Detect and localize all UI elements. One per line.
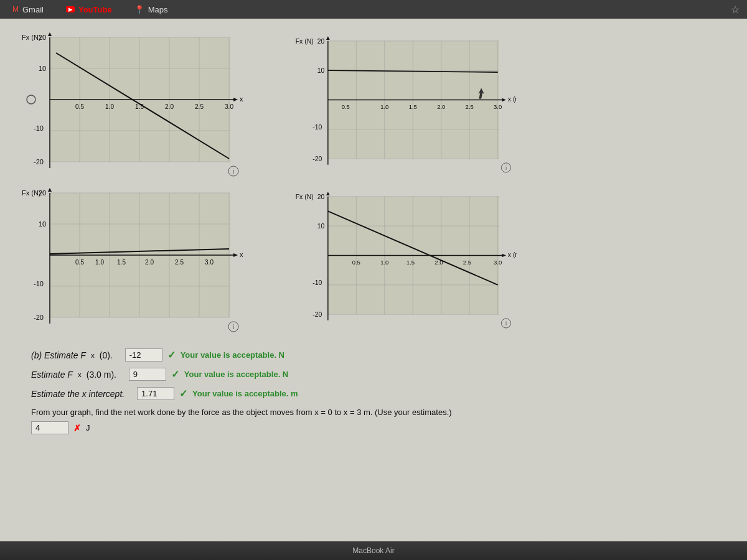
svg-text:2.5: 2.5 <box>195 103 204 110</box>
svg-text:1.5: 1.5 <box>409 103 417 110</box>
svg-text:0.5: 0.5 <box>342 103 350 110</box>
tab-gmail[interactable]: M Gmail <box>6 2 50 17</box>
fx3-label: Estimate F <box>31 370 73 380</box>
svg-text:3.0: 3.0 <box>205 259 214 266</box>
fx0-input[interactable] <box>125 348 162 362</box>
svg-text:Fx (N): Fx (N) <box>296 194 314 200</box>
main-content: 20 10 -10 -20 0.5 1.0 1.5 2.0 2.5 3.0 x … <box>0 19 747 560</box>
part-b-subscript: x <box>91 351 95 359</box>
svg-text:10: 10 <box>39 220 46 228</box>
svg-text:10: 10 <box>317 223 325 230</box>
svg-text:2.5: 2.5 <box>175 259 184 266</box>
svg-text:1.5: 1.5 <box>406 259 415 266</box>
svg-text:3.0: 3.0 <box>494 259 502 266</box>
svg-text:-20: -20 <box>34 314 44 321</box>
svg-text:Fx (N): Fx (N) <box>22 189 41 197</box>
svg-text:0.5: 0.5 <box>75 103 84 110</box>
top-left-graph-svg: 20 10 -10 -20 0.5 1.0 1.5 2.0 2.5 3.0 x … <box>19 31 243 180</box>
bottom-graph-row: 20 10 -10 -20 0.5 1.0 1.5 2.0 2.5 3.0 x … <box>19 187 728 336</box>
svg-text:20: 20 <box>317 38 325 45</box>
svg-marker-16 <box>48 32 52 36</box>
tab-maps[interactable]: 📍 Maps <box>128 2 174 17</box>
top-left-graph: 20 10 -10 -20 0.5 1.0 1.5 2.0 2.5 3.0 x … <box>19 31 243 180</box>
svg-text:1.5: 1.5 <box>117 259 126 266</box>
svg-text:10: 10 <box>317 67 325 74</box>
browser-bar: M Gmail ▶ YouTube 📍 Maps ☆ <box>0 0 747 19</box>
estimate-x-intercept-row: Estimate the x intercept. ✓ Your value i… <box>31 387 728 400</box>
svg-marker-49 <box>326 36 330 40</box>
tab-youtube[interactable]: ▶ YouTube <box>60 2 118 17</box>
svg-text:2.0: 2.0 <box>145 259 154 266</box>
svg-text:1.0: 1.0 <box>380 259 388 266</box>
svg-text:x (m): x (m) <box>508 96 517 103</box>
answers-section: (b) Estimate F x (0). ✓ Your value is ac… <box>19 348 728 441</box>
svg-text:-10: -10 <box>34 124 44 132</box>
fx3-input[interactable] <box>129 368 166 381</box>
svg-marker-15 <box>233 98 238 101</box>
svg-marker-82 <box>48 188 52 192</box>
svg-text:i: i <box>233 324 234 330</box>
svg-text:10: 10 <box>39 65 46 72</box>
feedback-fx0: Your value is acceptable. N <box>181 350 284 360</box>
svg-text:3.0: 3.0 <box>494 103 502 110</box>
part-b-paren: (0). <box>100 350 113 360</box>
svg-text:-20: -20 <box>312 156 322 162</box>
svg-text:2.0: 2.0 <box>165 103 174 110</box>
svg-text:i: i <box>233 168 234 175</box>
top-graph-row: 20 10 -10 -20 0.5 1.0 1.5 2.0 2.5 3.0 x … <box>19 31 728 180</box>
tab-youtube-label: YouTube <box>78 5 112 14</box>
svg-text:0.5: 0.5 <box>75 259 84 266</box>
work-text: From your graph, find the net work done … <box>31 408 452 417</box>
top-right-graph: 20 10 -10 -20 0.5 1.0 1.5 2.0 2.5 3.0 x … <box>293 31 517 180</box>
svg-text:0.5: 0.5 <box>352 259 360 266</box>
svg-text:2.5: 2.5 <box>466 103 474 110</box>
svg-text:x (m): x (m) <box>508 251 517 258</box>
svg-text:-20: -20 <box>312 311 322 318</box>
svg-text:2.0: 2.0 <box>437 103 445 110</box>
svg-text:i: i <box>505 164 507 171</box>
x-intercept-input[interactable] <box>137 387 174 400</box>
maps-icon: 📍 <box>134 5 144 14</box>
work-unit: J <box>86 423 90 432</box>
svg-text:1.0: 1.0 <box>105 103 114 110</box>
estimate-fx0-row: (b) Estimate F x (0). ✓ Your value is ac… <box>31 348 728 362</box>
svg-marker-48 <box>502 98 506 102</box>
svg-marker-113 <box>502 254 506 258</box>
svg-text:20: 20 <box>317 194 325 200</box>
feedback-fx3: Your value is acceptable. N <box>184 370 288 379</box>
checkmark-fx0: ✓ <box>167 349 176 361</box>
svg-text:Fx (N): Fx (N) <box>22 34 41 41</box>
svg-point-32 <box>27 95 35 104</box>
feedback-x-intercept: Your value is acceptable. m <box>192 389 298 398</box>
x-intercept-label: Estimate the x intercept. <box>31 389 125 399</box>
svg-marker-81 <box>233 253 238 257</box>
star-icon: ☆ <box>731 4 740 16</box>
youtube-icon: ▶ <box>66 6 75 12</box>
wrong-icon: ✗ <box>73 423 81 433</box>
svg-text:-10: -10 <box>312 279 322 286</box>
work-input[interactable] <box>31 421 68 434</box>
bottom-left-graph: 20 10 -10 -20 0.5 1.0 1.5 2.0 2.5 3.0 x … <box>19 187 243 336</box>
svg-text:2.5: 2.5 <box>463 259 471 266</box>
svg-text:1.0: 1.0 <box>95 259 104 266</box>
macbook-bar: MacBook Air <box>0 541 747 560</box>
svg-text:Fx (N): Fx (N) <box>296 38 314 45</box>
svg-text:-20: -20 <box>34 158 44 166</box>
bottom-left-graph-svg: 20 10 -10 -20 0.5 1.0 1.5 2.0 2.5 3.0 x … <box>19 187 243 336</box>
svg-text:3.0: 3.0 <box>225 103 233 110</box>
tab-maps-label: Maps <box>148 5 168 14</box>
macbook-label: MacBook Air <box>352 546 394 555</box>
checkmark-x-intercept: ✓ <box>179 388 187 399</box>
work-question-label: From your graph, find the net work done … <box>31 406 728 418</box>
fx3-paren: (3.0 m). <box>87 370 116 380</box>
svg-text:i: i <box>505 320 507 327</box>
svg-text:1.0: 1.0 <box>380 103 388 110</box>
top-right-graph-svg: 20 10 -10 -20 0.5 1.0 1.5 2.0 2.5 3.0 x … <box>293 31 517 180</box>
svg-text:x (m): x (m) <box>240 95 243 103</box>
fx3-subscript: x <box>78 370 82 378</box>
work-answer-row: ✗ J <box>31 421 728 434</box>
svg-text:-10: -10 <box>34 280 44 287</box>
svg-text:x (m): x (m) <box>240 251 243 258</box>
svg-text:-10: -10 <box>312 124 322 131</box>
bottom-right-graph-svg: 20 10 -10 -20 0.5 1.0 1.5 2.0 2.5 3.0 x … <box>293 187 517 336</box>
